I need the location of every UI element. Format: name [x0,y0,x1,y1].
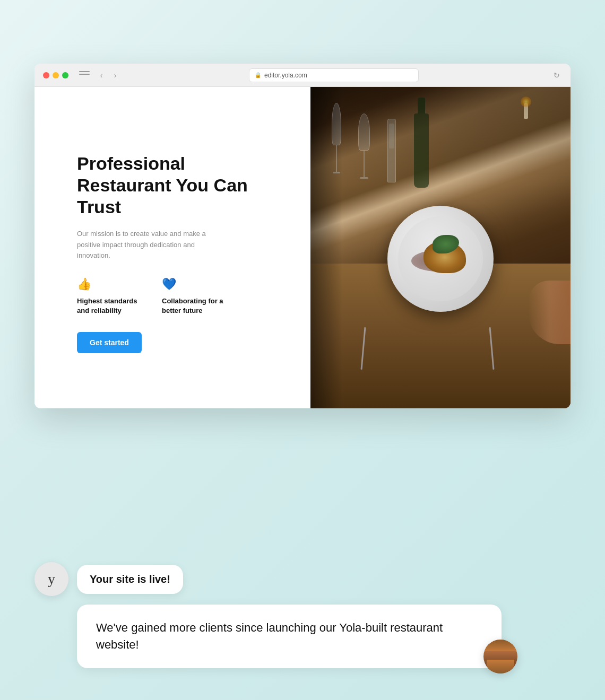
feature-1-label: Highest standards and reliability [77,296,141,316]
address-bar[interactable]: 🔒 editor.yola.com [249,68,419,82]
user-avatar [483,640,517,673]
close-button[interactable] [43,72,49,78]
notification-text: Your site is live! [90,573,170,585]
thumbs-up-icon: 👍 [77,277,141,291]
right-panel [310,87,571,408]
plate [387,206,494,312]
feature-item-1: 👍 Highest standards and reliability [77,277,141,316]
top-shadow [310,87,571,183]
address-bar-container: 🔒 editor.yola.com [127,68,541,82]
browser-content: Professional Restaurant You Can Trust Ou… [34,87,571,408]
food-image [310,87,571,408]
url-text: editor.yola.com [264,72,307,79]
testimonial-text: We've gained more clients since launchin… [96,621,443,651]
yola-avatar: y [34,562,68,596]
browser-window: ‹ › 🔒 editor.yola.com ↻ Professional Res… [34,64,571,408]
food-scene [310,87,571,408]
testimonial-bubble: We've gained more clients since launchin… [77,605,502,668]
reload-button[interactable]: ↻ [551,70,562,81]
feature-item-2: 💙 Collaborating for a better future [162,277,226,316]
back-button[interactable]: ‹ [96,70,107,81]
features-row: 👍 Highest standards and reliability 💙 Co… [77,277,284,316]
plate-inner [398,216,483,301]
minimize-button[interactable] [53,72,59,78]
notification-bubble: Your site is live! [77,565,183,594]
hero-description: Our mission is to create value and make … [77,229,215,261]
traffic-lights [43,72,68,78]
lock-icon: 🔒 [255,72,261,78]
hero-title: Professional Restaurant You Can Trust [77,153,284,217]
nav-arrows: ‹ › [96,70,120,81]
feature-2-label: Collaborating for a better future [162,296,226,316]
left-panel: Professional Restaurant You Can Trust Ou… [34,87,310,408]
maximize-button[interactable] [62,72,68,78]
chat-row-testimonial: We've gained more clients since launchin… [34,605,539,668]
heart-icon: 💙 [162,277,226,291]
chat-section: y Your site is live! We've gained more c… [34,562,539,668]
sidebar-toggle-icon[interactable] [79,71,90,80]
chat-row-notification: y Your site is live! [34,562,539,596]
browser-toolbar: ‹ › 🔒 editor.yola.com ↻ [34,64,571,87]
user-avatar-face [483,640,517,673]
get-started-button[interactable]: Get started [77,332,142,353]
forward-button[interactable]: › [110,70,120,81]
